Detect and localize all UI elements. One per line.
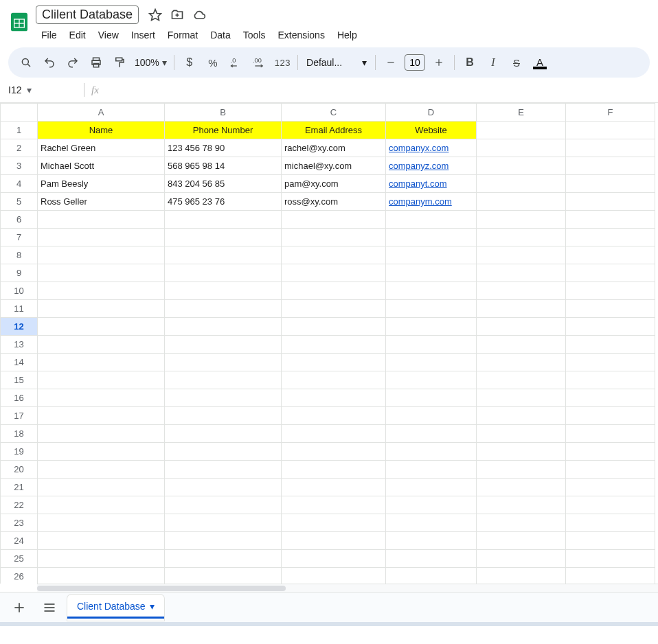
cell[interactable]: [282, 318, 386, 336]
cell[interactable]: [386, 264, 477, 282]
select-all-corner[interactable]: [1, 104, 38, 122]
star-icon[interactable]: [148, 8, 162, 22]
cell[interactable]: [282, 336, 386, 354]
cloud-status-icon[interactable]: [192, 8, 206, 22]
cell[interactable]: [477, 336, 566, 354]
cell[interactable]: [477, 193, 566, 211]
cell[interactable]: [386, 496, 477, 514]
cell[interactable]: [38, 479, 165, 496]
cell[interactable]: [282, 496, 386, 514]
cell[interactable]: [566, 496, 655, 514]
cell[interactable]: [282, 479, 386, 496]
cell[interactable]: [38, 211, 165, 229]
cell[interactable]: [566, 246, 655, 264]
decrease-decimal-icon[interactable]: .0: [225, 51, 247, 73]
link[interactable]: companyx.com: [389, 143, 449, 153]
strikethrough-button[interactable]: S: [506, 51, 527, 73]
all-sheets-button[interactable]: [37, 595, 62, 620]
menu-insert[interactable]: Insert: [126, 27, 161, 43]
menu-format[interactable]: Format: [162, 27, 203, 43]
cell[interactable]: [165, 300, 282, 318]
menu-edit[interactable]: Edit: [64, 27, 91, 43]
cell[interactable]: [38, 354, 165, 371]
cell[interactable]: [477, 354, 566, 371]
cell[interactable]: [566, 282, 655, 300]
cell[interactable]: Phone Number: [165, 122, 282, 139]
cell[interactable]: [165, 425, 282, 443]
row-header[interactable]: 8: [1, 246, 38, 264]
cell[interactable]: [165, 318, 282, 336]
cell[interactable]: [38, 229, 165, 246]
cell[interactable]: 475 965 23 76: [165, 193, 282, 211]
cell[interactable]: [165, 282, 282, 300]
cell[interactable]: [477, 282, 566, 300]
cell[interactable]: [477, 496, 566, 514]
cell[interactable]: [38, 425, 165, 443]
cell[interactable]: [386, 300, 477, 318]
cell[interactable]: [566, 193, 655, 211]
cell[interactable]: [282, 371, 386, 389]
cell[interactable]: [386, 211, 477, 229]
cell[interactable]: [38, 514, 165, 532]
cell[interactable]: [477, 157, 566, 175]
cell[interactable]: [165, 354, 282, 371]
cell[interactable]: 568 965 98 14: [165, 157, 282, 175]
cell[interactable]: [165, 496, 282, 514]
cell[interactable]: [477, 568, 566, 584]
col-header-B[interactable]: B: [165, 104, 282, 122]
cell[interactable]: [386, 282, 477, 300]
row-header[interactable]: 6: [1, 211, 38, 229]
col-header-E[interactable]: E: [477, 104, 566, 122]
cell[interactable]: Michael Scott: [38, 157, 165, 175]
cell[interactable]: [477, 211, 566, 229]
cell[interactable]: [566, 461, 655, 479]
name-box[interactable]: I12 ▾: [8, 84, 77, 95]
cell[interactable]: [282, 568, 386, 584]
cell[interactable]: Rachel Green: [38, 139, 165, 157]
cell[interactable]: [165, 407, 282, 425]
cell[interactable]: ross@xy.com: [282, 193, 386, 211]
cell[interactable]: [165, 550, 282, 568]
cell[interactable]: [566, 157, 655, 175]
format-currency-icon[interactable]: $: [179, 51, 201, 73]
sheets-logo[interactable]: [5, 8, 33, 36]
cell[interactable]: [165, 336, 282, 354]
row-header[interactable]: 23: [1, 514, 38, 532]
increase-decimal-icon[interactable]: .00: [249, 51, 271, 73]
cell[interactable]: [165, 371, 282, 389]
cell[interactable]: [38, 336, 165, 354]
cell[interactable]: [477, 425, 566, 443]
cell[interactable]: [566, 407, 655, 425]
add-sheet-button[interactable]: [7, 595, 32, 620]
link[interactable]: companyt.com: [389, 179, 447, 189]
cell[interactable]: [566, 371, 655, 389]
cell[interactable]: [566, 211, 655, 229]
cell[interactable]: [386, 443, 477, 461]
scrollbar-thumb[interactable]: [37, 586, 286, 591]
menu-help[interactable]: Help: [332, 27, 363, 43]
cell[interactable]: [477, 443, 566, 461]
menu-file[interactable]: File: [36, 27, 63, 43]
cell[interactable]: Name: [38, 122, 165, 139]
cell[interactable]: [386, 318, 477, 336]
cell[interactable]: [477, 461, 566, 479]
cell[interactable]: [38, 532, 165, 550]
row-header[interactable]: 18: [1, 425, 38, 443]
cell[interactable]: [386, 568, 477, 584]
cell[interactable]: [38, 443, 165, 461]
row-header[interactable]: 16: [1, 389, 38, 407]
cell[interactable]: [165, 229, 282, 246]
cell[interactable]: [477, 532, 566, 550]
cell[interactable]: companym.com: [386, 193, 477, 211]
cell[interactable]: [386, 532, 477, 550]
cell[interactable]: [386, 461, 477, 479]
cell[interactable]: [282, 229, 386, 246]
search-menus-icon[interactable]: [15, 51, 37, 73]
cell[interactable]: [477, 371, 566, 389]
cell[interactable]: Website: [386, 122, 477, 139]
print-icon[interactable]: [85, 51, 107, 73]
cell[interactable]: [477, 389, 566, 407]
row-header[interactable]: 19: [1, 443, 38, 461]
horizontal-scrollbar[interactable]: [37, 584, 658, 592]
cell[interactable]: michael@xy.com: [282, 157, 386, 175]
